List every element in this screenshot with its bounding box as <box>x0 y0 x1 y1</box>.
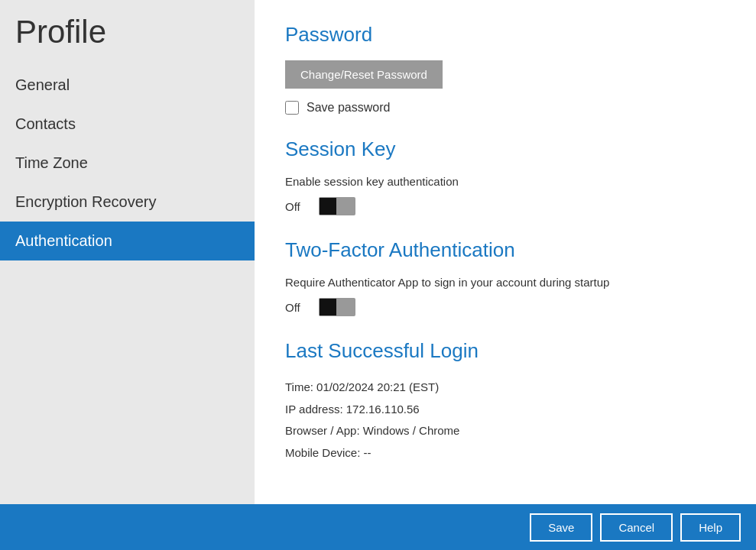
main-layout: Profile General Contacts Time Zone Encry… <box>0 0 756 504</box>
two-factor-toggle[interactable] <box>319 298 355 316</box>
save-password-checkbox[interactable] <box>285 101 299 115</box>
login-ip: IP address: 172.16.110.56 <box>285 399 725 421</box>
cancel-button[interactable]: Cancel <box>600 513 673 542</box>
session-key-title: Session Key <box>285 138 725 161</box>
two-factor-toggle-row: Off <box>285 298 725 316</box>
two-factor-section: Two-Factor Authentication Require Authen… <box>285 238 725 316</box>
last-login-section: Last Successful Login Time: 01/02/2024 2… <box>285 339 725 464</box>
sidebar-item-contacts[interactable]: Contacts <box>0 105 255 144</box>
save-password-row: Save password <box>285 101 725 115</box>
session-key-description: Enable session key authentication <box>285 175 725 188</box>
sidebar-item-general[interactable]: General <box>0 66 255 105</box>
change-reset-password-button[interactable]: Change/Reset Password <box>285 60 443 89</box>
session-key-toggle-thumb <box>320 198 336 215</box>
help-button[interactable]: Help <box>680 513 741 542</box>
login-browser: Browser / App: Windows / Chrome <box>285 420 725 442</box>
last-login-title: Last Successful Login <box>285 339 725 363</box>
session-key-toggle[interactable] <box>319 197 355 215</box>
content-area: Password Change/Reset Password Save pass… <box>255 0 756 504</box>
sidebar-nav: General Contacts Time Zone Encryption Re… <box>0 66 255 260</box>
sidebar-title: Profile <box>0 0 255 66</box>
login-info: Time: 01/02/2024 20:21 (EST) IP address:… <box>285 377 725 464</box>
sidebar-item-timezone[interactable]: Time Zone <box>0 144 255 183</box>
two-factor-title: Two-Factor Authentication <box>285 238 725 262</box>
save-button[interactable]: Save <box>530 513 592 542</box>
two-factor-toggle-label: Off <box>285 301 308 314</box>
session-key-toggle-row: Off <box>285 197 725 215</box>
two-factor-description: Require Authenticator App to sign in you… <box>285 276 725 289</box>
two-factor-toggle-thumb <box>320 299 336 315</box>
session-key-toggle-label: Off <box>285 200 308 213</box>
save-password-label: Save password <box>307 101 390 115</box>
sidebar-item-encryption[interactable]: Encryption Recovery <box>0 183 255 222</box>
sidebar: Profile General Contacts Time Zone Encry… <box>0 0 255 504</box>
login-mobile: Mobile Device: -- <box>285 442 725 464</box>
session-key-section: Session Key Enable session key authentic… <box>285 138 725 215</box>
footer: Save Cancel Help <box>0 504 756 550</box>
login-time: Time: 01/02/2024 20:21 (EST) <box>285 377 725 399</box>
password-section: Password Change/Reset Password Save pass… <box>285 23 725 115</box>
sidebar-item-authentication[interactable]: Authentication <box>0 222 255 260</box>
password-section-title: Password <box>285 23 725 47</box>
